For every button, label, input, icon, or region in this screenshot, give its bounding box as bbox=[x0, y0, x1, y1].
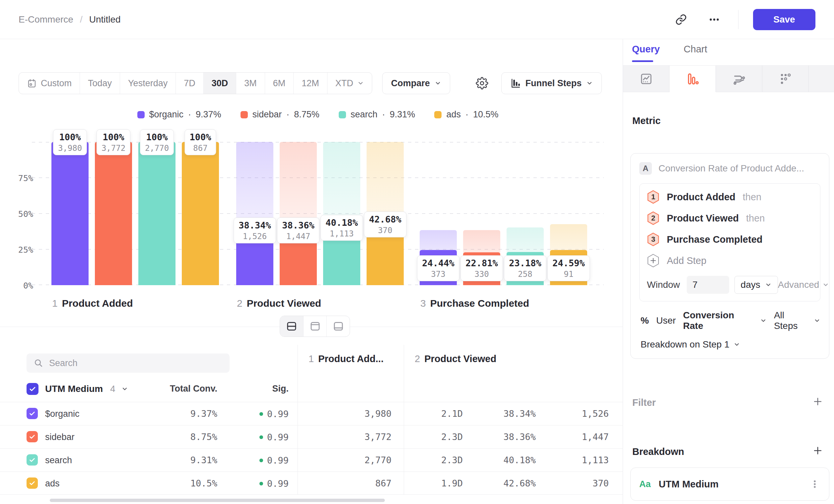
chart-type-flow-tab[interactable] bbox=[716, 66, 762, 92]
breadcrumb-title[interactable]: Untitled bbox=[89, 14, 121, 25]
funnel-step-1[interactable]: 1 Product Added then bbox=[640, 186, 820, 208]
chart-settings-button[interactable] bbox=[471, 72, 492, 94]
steps-scope-dropdown[interactable]: All Steps bbox=[774, 310, 820, 331]
range-today[interactable]: Today bbox=[80, 73, 120, 94]
percent-symbol: % bbox=[641, 315, 649, 326]
share-link-button[interactable] bbox=[672, 10, 690, 29]
dots-grid-icon bbox=[779, 72, 792, 86]
funnel-bar-sidebar-step1[interactable] bbox=[95, 142, 132, 285]
window-unit-select[interactable]: days bbox=[734, 276, 778, 294]
chart-legend: $organic·9.37% sidebar·8.75% search·9.31… bbox=[32, 109, 604, 120]
window-label: Window bbox=[647, 279, 680, 290]
add-filter-button[interactable] bbox=[812, 396, 824, 407]
tab-chart[interactable]: Chart bbox=[684, 44, 707, 62]
metric-letter-badge: A bbox=[639, 162, 652, 175]
total-conv-header[interactable]: Total Conv. bbox=[151, 384, 217, 394]
conversion-value: 40.18% bbox=[469, 449, 536, 472]
metric-type-dropdown[interactable]: Conversion Rate bbox=[683, 310, 767, 331]
bar-cell: 24.44%373 bbox=[420, 142, 457, 285]
range-30d[interactable]: 30D bbox=[203, 73, 236, 94]
step1-count: 3,772 bbox=[325, 426, 392, 449]
row-checkbox[interactable] bbox=[26, 408, 38, 419]
funnel-step-2[interactable]: 2 Product Viewed then bbox=[640, 208, 820, 229]
legend-item-organic[interactable]: $organic·9.37% bbox=[137, 109, 221, 120]
row-checkbox[interactable] bbox=[26, 478, 38, 489]
chart-type-retention-tab[interactable] bbox=[762, 66, 809, 92]
significance-dot bbox=[259, 435, 263, 439]
chart-type-funnel-tab[interactable] bbox=[670, 66, 716, 92]
funnel-step-3[interactable]: 3 Purchase Completed bbox=[640, 229, 820, 250]
row-checkbox[interactable] bbox=[26, 431, 38, 442]
layout-split-button[interactable] bbox=[280, 316, 303, 337]
chevron-down-icon bbox=[760, 317, 767, 324]
add-step-hexagon-icon bbox=[647, 254, 659, 268]
tab-query[interactable]: Query bbox=[632, 44, 660, 62]
advanced-toggle[interactable]: Advanced bbox=[778, 279, 829, 290]
bar-cell: 42.68%370 bbox=[367, 142, 404, 285]
flow-chart-icon bbox=[732, 72, 746, 86]
conversion-value: 38.36% bbox=[469, 426, 536, 449]
breakdown-on-step-dropdown[interactable]: Breakdown on Step 1 bbox=[639, 339, 820, 350]
funnel-bar-organic-step1[interactable] bbox=[51, 142, 89, 285]
step2-count: 1,526 bbox=[542, 402, 609, 426]
window-value-input[interactable] bbox=[687, 276, 729, 294]
table-row: ads 10.5% 0.99 867 1.9D 42.68% 370 bbox=[0, 472, 623, 495]
filter-section-heading: Filter bbox=[632, 397, 656, 408]
step1-count: 2,770 bbox=[325, 449, 392, 472]
range-3m[interactable]: 3M bbox=[236, 73, 265, 94]
entity-label[interactable]: User bbox=[656, 315, 676, 326]
sig-value: 0.99 bbox=[267, 479, 289, 489]
range-xtd[interactable]: XTD bbox=[327, 73, 372, 94]
bar-value-label: 38.34%1,526 bbox=[234, 217, 276, 244]
breakdown-property-card[interactable]: Aa UTM Medium bbox=[630, 467, 829, 501]
more-menu-button[interactable] bbox=[705, 10, 724, 29]
header-divider bbox=[738, 10, 739, 29]
search-input[interactable] bbox=[49, 358, 223, 368]
breadcrumb-project[interactable]: E-Commerce bbox=[19, 14, 73, 25]
row-checkbox[interactable] bbox=[26, 454, 38, 465]
kebab-menu-icon[interactable] bbox=[809, 479, 820, 490]
save-button[interactable]: Save bbox=[753, 9, 815, 30]
breakdown-count: 4 bbox=[110, 384, 115, 394]
select-all-checkbox[interactable] bbox=[26, 383, 39, 395]
table-step2-column-header[interactable]: 2Product Viewed bbox=[415, 353, 496, 364]
compare-button[interactable]: Compare bbox=[382, 72, 450, 94]
layout-chart-only-button[interactable] bbox=[303, 316, 326, 337]
legend-swatch bbox=[339, 111, 346, 118]
add-breakdown-button[interactable] bbox=[812, 445, 824, 456]
legend-swatch bbox=[137, 111, 145, 118]
funnel-analysis-app: E-Commerce / Untitled Save bbox=[0, 0, 834, 504]
avg-time-value: 2.1D bbox=[396, 402, 463, 426]
metric-title-row[interactable]: A Conversion Rate of Product Adde... bbox=[639, 162, 820, 175]
breakdown-column-header[interactable]: UTM Medium bbox=[45, 384, 103, 394]
legend-swatch bbox=[241, 111, 248, 118]
funnel-chart-plot: 100%3,980100%3,772100%2,770100%86738.34%… bbox=[32, 142, 604, 285]
table-horizontal-scrollbar[interactable] bbox=[50, 499, 385, 502]
bar-cell: 38.34%1,526 bbox=[236, 142, 273, 285]
chevron-down-icon[interactable] bbox=[122, 386, 128, 392]
sig-header[interactable]: Sig. bbox=[222, 384, 289, 394]
chart-view-selector[interactable]: Funnel Steps bbox=[501, 72, 602, 94]
sig-value: 0.99 bbox=[267, 455, 289, 465]
chart-type-line-tab[interactable] bbox=[623, 66, 670, 92]
funnel-bar-ads-step1[interactable] bbox=[182, 142, 219, 285]
bar-value-label: 100%2,770 bbox=[140, 129, 174, 155]
step2-count: 1,113 bbox=[542, 449, 609, 472]
legend-item-search[interactable]: search·9.31% bbox=[339, 109, 415, 120]
layout-table-only-button[interactable] bbox=[326, 316, 350, 337]
funnel-bar-search-step1[interactable] bbox=[138, 142, 175, 285]
range-yesterday[interactable]: Yesterday bbox=[120, 73, 175, 94]
sig-value: 0.99 bbox=[267, 432, 289, 442]
chevron-down-icon bbox=[357, 80, 364, 87]
bar-cell: 100%3,772 bbox=[95, 142, 132, 285]
legend-item-sidebar[interactable]: sidebar·8.75% bbox=[241, 109, 320, 120]
add-step-button[interactable]: Add Step bbox=[640, 250, 820, 271]
legend-item-ads[interactable]: ads·10.5% bbox=[434, 109, 498, 120]
range-7d[interactable]: 7D bbox=[175, 73, 203, 94]
range-12m[interactable]: 12M bbox=[293, 73, 327, 94]
range-6m[interactable]: 6M bbox=[265, 73, 293, 94]
table-step1-column-header[interactable]: 1Product Add... bbox=[309, 353, 383, 364]
step-number-badge: 2 bbox=[647, 211, 659, 225]
range-custom[interactable]: Custom bbox=[19, 73, 80, 94]
sig-value: 0.99 bbox=[267, 409, 289, 419]
